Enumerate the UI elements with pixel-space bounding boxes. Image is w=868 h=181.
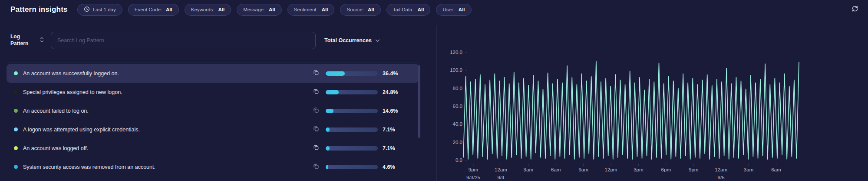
occurrence-bar-fill	[326, 90, 339, 94]
filter-chip-tail-data[interactable]: Tail Data:All	[386, 4, 431, 16]
occurrence-bar	[326, 165, 378, 169]
log-pattern-row[interactable]: Special privileges assigned to new logon…	[7, 83, 419, 101]
pattern-text: An account was logged off.	[23, 145, 313, 151]
page-title: Pattern insights	[10, 5, 68, 14]
occurrence-bar	[326, 146, 378, 151]
x-axis-tick-label: 12am	[715, 167, 727, 172]
filter-chip-label: Keywords:	[191, 7, 215, 12]
copy-icon	[313, 70, 319, 77]
filter-chip-label: Sentiment:	[294, 7, 318, 12]
y-axis-tick-label: 100.0	[450, 67, 462, 73]
occurrence-percent: 14.6%	[383, 108, 405, 114]
filter-chip-value: All	[269, 7, 275, 12]
copy-icon	[313, 126, 319, 134]
list-scrollbar[interactable]	[418, 65, 420, 138]
log-pattern-list: An account was successfully logged on.36…	[7, 62, 419, 176]
filter-chip-value: All	[218, 7, 224, 12]
pattern-text: System security access was removed from …	[23, 164, 313, 170]
filter-chip-source[interactable]: Source:All	[340, 4, 380, 16]
pattern-color-dot	[14, 109, 18, 113]
x-axis-tick-label: 9am	[578, 167, 588, 172]
copy-icon	[313, 163, 319, 171]
occurrences-chart: 0.020.040.060.080.0100.0120.09pm9/3/2512…	[439, 26, 821, 181]
refresh-icon	[851, 5, 858, 14]
filter-chip-label: Message:	[243, 7, 265, 12]
time-series-chart: 0.020.040.060.080.0100.0120.09pm9/3/2512…	[439, 26, 821, 181]
occurrence-percent: 7.1%	[383, 127, 405, 133]
log-pattern-row[interactable]: An account failed to log on.14.6%	[7, 101, 419, 120]
occurrence-bar	[326, 127, 378, 132]
occurrence-bar	[326, 90, 378, 94]
x-axis-tick-label: 3am	[744, 167, 753, 172]
pattern-color-dot	[14, 165, 18, 169]
x-axis-tick-label: 3pm	[634, 167, 643, 172]
filter-chip-user[interactable]: User:All	[436, 4, 471, 16]
x-axis-date-label: 9/5	[718, 175, 725, 180]
log-pattern-row[interactable]: An account was successfully logged on.36…	[7, 64, 419, 83]
y-axis-tick-label: 80.0	[453, 86, 462, 91]
copy-icon	[313, 144, 319, 152]
pattern-text: An account was successfully logged on.	[23, 70, 313, 77]
occurrence-bar	[326, 71, 378, 76]
y-axis-tick-label: 20.0	[453, 140, 462, 145]
y-axis-tick-label: 40.0	[453, 121, 462, 127]
filter-chip-sentiment[interactable]: Sentiment:All	[287, 4, 335, 16]
filter-chip-label: User:	[442, 7, 454, 12]
filter-chip-label: Event Code:	[135, 7, 162, 12]
filter-chip-value: All	[166, 7, 172, 12]
occurrence-bar-fill	[326, 165, 328, 169]
log-pattern-panel: Log Pattern Total Occurrences An ac	[7, 28, 419, 181]
x-axis-tick-label: 12pm	[605, 167, 617, 172]
occurrence-percent: 36.4%	[383, 70, 405, 77]
refresh-button[interactable]	[851, 6, 859, 13]
sort-arrows-icon	[39, 37, 45, 45]
x-axis-tick-label: 6am	[771, 167, 781, 172]
log-pattern-row[interactable]: A logon was attempted using explicit cre…	[7, 120, 419, 139]
occurrence-bar-fill	[326, 127, 330, 132]
pattern-color-dot	[14, 146, 18, 150]
search-input[interactable]	[51, 32, 316, 49]
filter-chip-event-code[interactable]: Event Code:All	[128, 4, 179, 16]
filter-chip-value: All	[459, 7, 465, 12]
occurrence-bar-fill	[326, 71, 345, 76]
x-axis-tick-label: 6pm	[661, 167, 671, 172]
x-axis-tick-label: 9pm	[469, 167, 478, 172]
pattern-color-dot	[14, 90, 18, 94]
filter-chip-message[interactable]: Message:All	[237, 4, 282, 16]
total-occurrences-label: Total Occurrences	[324, 37, 372, 44]
copy-button[interactable]	[313, 107, 320, 115]
copy-button[interactable]	[313, 70, 320, 77]
occurrences-line-series	[463, 61, 799, 159]
occurrence-bar	[326, 109, 378, 113]
y-axis-tick-label: 60.0	[453, 104, 462, 109]
log-pattern-row[interactable]: System security access was removed from …	[7, 158, 419, 176]
time-filter-label: Last 1 day	[93, 7, 116, 12]
x-axis-tick-label: 9pm	[689, 167, 698, 172]
y-axis-tick-label: 120.0	[450, 50, 462, 55]
copy-button[interactable]	[313, 163, 320, 171]
filter-chip-label: Source:	[347, 7, 364, 12]
copy-button[interactable]	[313, 144, 320, 152]
chevron-down-icon	[375, 37, 380, 44]
occurrence-percent: 7.1%	[383, 145, 405, 151]
pattern-text: Special privileges assigned to new logon…	[23, 89, 313, 95]
pattern-text: An account failed to log on.	[23, 108, 313, 114]
occurrence-percent: 4.6%	[383, 164, 405, 170]
filter-chip-keywords[interactable]: Keywords:All	[185, 4, 231, 16]
copy-button[interactable]	[313, 88, 320, 96]
sort-toggle[interactable]	[39, 37, 45, 45]
x-axis-tick-label: 12am	[495, 167, 507, 172]
log-pattern-row[interactable]: An account was logged off.7.1%	[7, 139, 419, 158]
x-axis-date-label: 9/4	[497, 175, 505, 180]
total-occurrences-sort[interactable]: Total Occurrences	[324, 37, 380, 44]
x-axis-tick-label: 3am	[524, 167, 533, 172]
time-filter-chip[interactable]: Last 1 day	[77, 4, 122, 16]
x-axis-date-label: 9/3/25	[466, 175, 480, 180]
pattern-text: A logon was attempted using explicit cre…	[23, 127, 313, 133]
x-axis-tick-label: 6am	[551, 167, 561, 172]
pattern-color-dot	[14, 127, 18, 131]
copy-icon	[313, 107, 319, 115]
copy-button[interactable]	[313, 126, 320, 134]
log-panel-header: Log Pattern Total Occurrences	[7, 28, 419, 53]
filter-chip-label: Tail Data:	[393, 7, 414, 12]
